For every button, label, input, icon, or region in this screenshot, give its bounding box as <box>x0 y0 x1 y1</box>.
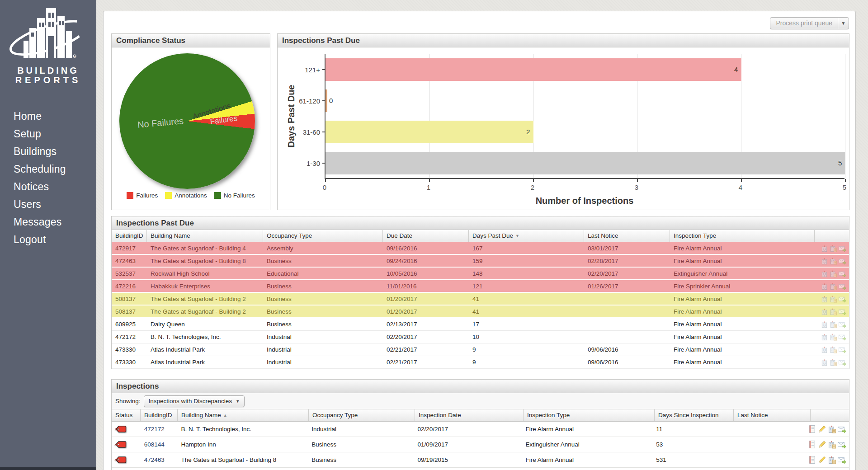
building-report-icon[interactable] <box>830 257 837 265</box>
column-header-inspection-type[interactable]: Inspection Type <box>524 409 655 421</box>
building-report-icon[interactable] <box>830 270 837 277</box>
building-icon[interactable] <box>821 282 828 290</box>
sidebar-item-buildings[interactable]: Buildings <box>14 143 66 160</box>
building-icon[interactable] <box>821 346 828 353</box>
send-notice-icon[interactable] <box>839 358 846 366</box>
send-notice-icon[interactable] <box>838 456 846 464</box>
bar-1-30[interactable] <box>326 152 845 174</box>
cell-inspection-type: Extinguisher Annual <box>670 270 815 277</box>
past-due-table-row[interactable]: 508137The Gates at Sugarloaf - Building … <box>112 293 849 306</box>
column-header-building-name[interactable]: Building Name▲ <box>178 409 309 421</box>
send-notice-icon[interactable] <box>839 244 846 252</box>
past-due-table-row[interactable]: 609925Dairy QueenBusiness02/13/201717Fir… <box>112 318 849 331</box>
send-notice-icon[interactable] <box>838 440 846 449</box>
past-due-table-row[interactable]: 532537Rockwall High SchoolEducational10/… <box>112 268 849 280</box>
sidebar-item-notices[interactable]: Notices <box>14 178 66 196</box>
column-header-buildingid[interactable]: BuildingID <box>112 230 147 242</box>
past-due-table-row[interactable]: 473330Atlas Industrial ParkIndustrial02/… <box>112 356 849 369</box>
past-due-table-row[interactable]: 472917The Gates at Sugarloaf - Building … <box>112 242 849 255</box>
send-notice-icon[interactable] <box>839 320 846 328</box>
cell-days-past-due: 10 <box>469 334 584 340</box>
sidebar-item-scheduling[interactable]: Scheduling <box>14 160 66 178</box>
edit-icon[interactable] <box>818 440 826 449</box>
cell-inspection-type: Fire Alarm Annual <box>522 456 652 463</box>
building-report-icon[interactable] <box>830 320 837 328</box>
column-header-inspection-date[interactable]: Inspection Date <box>415 409 524 421</box>
column-header-buildingid[interactable]: BuildingID <box>141 409 178 421</box>
building-icon[interactable] <box>821 308 828 315</box>
edit-icon[interactable] <box>818 456 826 464</box>
building-report-icon[interactable] <box>828 440 836 449</box>
building-icon[interactable] <box>821 257 828 265</box>
sidebar: R BUILDING REPORTS HomeSetupBuildingsSch… <box>0 0 96 470</box>
sidebar-item-setup[interactable]: Setup <box>14 125 66 143</box>
building-report-icon[interactable] <box>830 358 837 366</box>
building-icon[interactable] <box>821 320 828 328</box>
past-due-table-row[interactable]: 472216Habakkuk EnterprisesBusiness11/01/… <box>112 280 849 293</box>
building-icon[interactable] <box>821 295 828 303</box>
sidebar-item-messages[interactable]: Messages <box>14 213 66 231</box>
y-tick-mark <box>322 163 326 164</box>
inspections-table-row[interactable]: 472463The Gates at Sugarloaf - Building … <box>112 452 849 468</box>
sidebar-item-logout[interactable]: Logout <box>14 231 66 249</box>
column-header-days-past-due[interactable]: Days Past Due▼ <box>469 230 584 242</box>
bar-31-60[interactable] <box>326 121 533 143</box>
report-icon[interactable] <box>808 456 816 464</box>
report-icon[interactable] <box>808 440 816 449</box>
building-report-icon[interactable] <box>830 244 837 252</box>
y-tick-mark <box>322 100 326 101</box>
sidebar-item-users[interactable]: Users <box>14 196 66 213</box>
edit-icon[interactable] <box>818 425 826 433</box>
cell-building-id: 472172 <box>141 426 178 432</box>
showing-filter-dropdown[interactable]: Inspections with Discrepancies ▼ <box>144 395 245 407</box>
inspections-table-row[interactable]: 472172B. N. T. Technologies, Inc.Industr… <box>112 422 849 437</box>
bar-121plus[interactable] <box>326 58 741 81</box>
building-report-icon[interactable] <box>828 456 836 464</box>
cell-days-past-due: 41 <box>469 308 584 315</box>
past-due-table-row[interactable]: 473330Atlas Industrial ParkIndustrial02/… <box>112 343 849 356</box>
sort-desc-icon: ▼ <box>515 234 519 238</box>
process-print-queue-button[interactable]: Process print queue ▼ <box>770 17 849 29</box>
building-report-icon[interactable] <box>830 282 837 290</box>
column-header-last-notice[interactable]: Last Notice <box>734 409 811 421</box>
send-notice-icon[interactable] <box>839 333 846 341</box>
past-due-table-row[interactable]: 472172B. N. T. Technologies, Inc.Industr… <box>112 331 849 343</box>
x-tick-mark <box>845 179 846 182</box>
column-header-occupancy-type[interactable]: Occupancy Type <box>309 409 415 421</box>
cell-inspection-type: Fire Alarm Annual <box>670 245 815 252</box>
send-notice-icon[interactable] <box>839 282 846 290</box>
building-report-icon[interactable] <box>830 295 837 303</box>
column-header-due-date[interactable]: Due Date <box>383 230 469 242</box>
building-report-icon[interactable] <box>830 333 837 341</box>
building-icon[interactable] <box>821 244 828 252</box>
column-header-building-name[interactable]: Building Name <box>147 230 263 242</box>
report-icon[interactable] <box>808 425 816 433</box>
sidebar-item-home[interactable]: Home <box>14 108 66 125</box>
building-icon[interactable] <box>821 333 828 341</box>
past-due-table-row[interactable]: 508137The Gates at Sugarloaf - Building … <box>112 306 849 318</box>
column-header-status[interactable]: Status <box>112 409 141 421</box>
cell-days-since: 53 <box>652 441 731 448</box>
send-notice-icon[interactable] <box>839 270 846 277</box>
column-header-occupancy-type[interactable]: Occupancy Type <box>263 230 383 242</box>
print-queue-dropdown-arrow-icon[interactable]: ▼ <box>838 18 849 29</box>
send-notice-icon[interactable] <box>838 425 846 433</box>
send-notice-icon[interactable] <box>839 308 846 315</box>
cell-building-id: 472216 <box>112 283 147 290</box>
building-report-icon[interactable] <box>828 425 836 433</box>
column-header-inspection-type[interactable]: Inspection Type <box>670 230 815 242</box>
building-icon[interactable] <box>821 358 828 366</box>
past-due-table-row[interactable]: 472463The Gates at Sugarloaf - Building … <box>112 255 849 268</box>
column-header-days-since-inspection[interactable]: Days Since Inspection <box>655 409 734 421</box>
send-notice-icon[interactable] <box>839 257 846 265</box>
building-report-icon[interactable] <box>830 346 837 353</box>
cell-occupancy: Industrial <box>263 346 383 353</box>
cell-due-date: 02/21/2017 <box>383 359 469 366</box>
building-icon[interactable] <box>821 270 828 277</box>
inspections-table-row[interactable]: 608144Hampton InnBusiness01/09/2017Extin… <box>112 437 849 452</box>
building-report-icon[interactable] <box>830 308 837 315</box>
send-notice-icon[interactable] <box>839 295 846 303</box>
column-header-last-notice[interactable]: Last Notice <box>584 230 670 242</box>
bar-61-120[interactable] <box>326 89 327 112</box>
send-notice-icon[interactable] <box>839 346 846 353</box>
